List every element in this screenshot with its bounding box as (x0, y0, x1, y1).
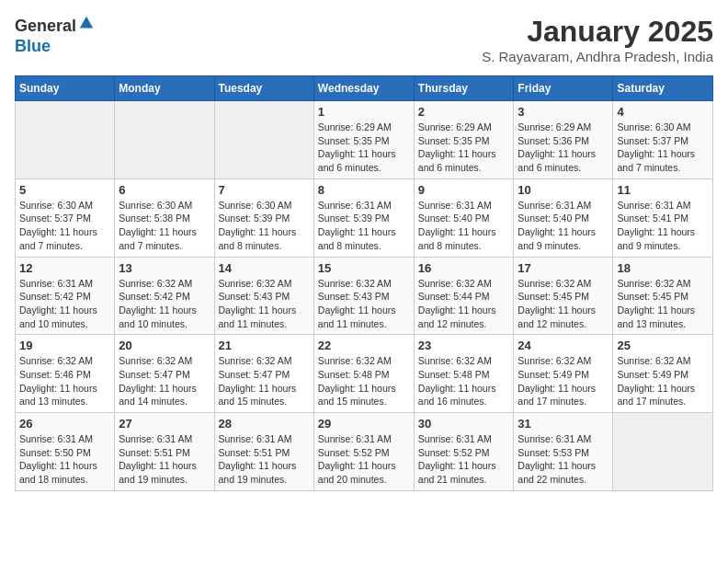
logo: General Blue (15, 15, 95, 56)
day-number: 28 (219, 417, 310, 431)
day-info: Sunrise: 6:31 AM Sunset: 5:51 PM Dayligh… (119, 432, 210, 487)
day-info: Sunrise: 6:32 AM Sunset: 5:49 PM Dayligh… (617, 354, 709, 408)
calendar-day-cell: 13Sunrise: 6:32 AM Sunset: 5:42 PM Dayli… (115, 257, 214, 335)
calendar-week-row: 1Sunrise: 6:29 AM Sunset: 5:35 PM Daylig… (16, 101, 713, 179)
calendar-header-cell: Thursday (414, 76, 514, 101)
calendar-day-cell: 30Sunrise: 6:31 AM Sunset: 5:52 PM Dayli… (414, 413, 514, 491)
calendar-header-cell: Tuesday (214, 76, 313, 101)
day-info: Sunrise: 6:30 AM Sunset: 5:39 PM Dayligh… (219, 199, 310, 253)
day-info: Sunrise: 6:31 AM Sunset: 5:42 PM Dayligh… (19, 277, 110, 331)
calendar-header-cell: Saturday (613, 76, 713, 101)
calendar-day-cell (115, 101, 214, 179)
day-info: Sunrise: 6:32 AM Sunset: 5:47 PM Dayligh… (219, 354, 310, 408)
day-info: Sunrise: 6:30 AM Sunset: 5:37 PM Dayligh… (617, 121, 709, 175)
day-info: Sunrise: 6:30 AM Sunset: 5:38 PM Dayligh… (119, 199, 210, 253)
day-info: Sunrise: 6:31 AM Sunset: 5:39 PM Dayligh… (318, 199, 410, 253)
svg-marker-0 (80, 17, 93, 29)
day-number: 13 (119, 261, 210, 275)
calendar-day-cell: 19Sunrise: 6:32 AM Sunset: 5:46 PM Dayli… (16, 335, 115, 413)
day-number: 27 (119, 417, 210, 431)
day-info: Sunrise: 6:32 AM Sunset: 5:42 PM Dayligh… (119, 277, 210, 331)
calendar-header-cell: Friday (514, 76, 613, 101)
calendar-header-cell: Sunday (16, 76, 115, 101)
logo-icon (78, 15, 95, 31)
day-number: 6 (119, 183, 210, 197)
day-number: 7 (219, 183, 310, 197)
day-info: Sunrise: 6:31 AM Sunset: 5:52 PM Dayligh… (418, 432, 510, 487)
day-info: Sunrise: 6:32 AM Sunset: 5:47 PM Dayligh… (119, 354, 210, 408)
calendar-day-cell: 3Sunrise: 6:29 AM Sunset: 5:36 PM Daylig… (514, 101, 613, 179)
day-info: Sunrise: 6:32 AM Sunset: 5:48 PM Dayligh… (418, 354, 510, 408)
calendar-day-cell: 23Sunrise: 6:32 AM Sunset: 5:48 PM Dayli… (414, 335, 514, 413)
day-number: 9 (418, 183, 510, 197)
day-number: 18 (617, 261, 709, 275)
day-number: 17 (518, 261, 609, 275)
calendar-day-cell: 1Sunrise: 6:29 AM Sunset: 5:35 PM Daylig… (313, 101, 414, 179)
day-info: Sunrise: 6:32 AM Sunset: 5:45 PM Dayligh… (617, 277, 709, 331)
title-block: January 2025 S. Rayavaram, Andhra Prades… (482, 15, 713, 64)
calendar-day-cell: 25Sunrise: 6:32 AM Sunset: 5:49 PM Dayli… (613, 335, 713, 413)
day-info: Sunrise: 6:32 AM Sunset: 5:48 PM Dayligh… (318, 354, 410, 408)
calendar-table: SundayMondayTuesdayWednesdayThursdayFrid… (15, 75, 713, 491)
day-number: 14 (219, 261, 310, 275)
day-number: 25 (617, 339, 709, 352)
day-info: Sunrise: 6:32 AM Sunset: 5:44 PM Dayligh… (418, 277, 510, 331)
calendar-day-cell: 27Sunrise: 6:31 AM Sunset: 5:51 PM Dayli… (115, 413, 214, 491)
calendar-day-cell (16, 101, 115, 179)
day-info: Sunrise: 6:32 AM Sunset: 5:45 PM Dayligh… (518, 277, 609, 331)
calendar-day-cell: 10Sunrise: 6:31 AM Sunset: 5:40 PM Dayli… (514, 178, 613, 257)
calendar-day-cell: 18Sunrise: 6:32 AM Sunset: 5:45 PM Dayli… (613, 257, 713, 335)
day-number: 26 (19, 417, 110, 431)
calendar-day-cell: 31Sunrise: 6:31 AM Sunset: 5:53 PM Dayli… (514, 413, 613, 491)
calendar-body: 1Sunrise: 6:29 AM Sunset: 5:35 PM Daylig… (16, 101, 713, 491)
day-number: 4 (617, 105, 709, 119)
day-number: 10 (518, 183, 609, 197)
day-info: Sunrise: 6:31 AM Sunset: 5:40 PM Dayligh… (418, 199, 510, 253)
day-info: Sunrise: 6:31 AM Sunset: 5:51 PM Dayligh… (219, 432, 310, 487)
day-info: Sunrise: 6:31 AM Sunset: 5:41 PM Dayligh… (617, 199, 709, 253)
calendar-week-row: 5Sunrise: 6:30 AM Sunset: 5:37 PM Daylig… (16, 178, 713, 257)
day-number: 12 (19, 261, 110, 275)
day-info: Sunrise: 6:32 AM Sunset: 5:43 PM Dayligh… (318, 277, 410, 331)
day-number: 8 (318, 183, 410, 197)
day-info: Sunrise: 6:31 AM Sunset: 5:53 PM Dayligh… (518, 432, 609, 487)
calendar-day-cell: 5Sunrise: 6:30 AM Sunset: 5:37 PM Daylig… (16, 178, 115, 257)
calendar-day-cell: 15Sunrise: 6:32 AM Sunset: 5:43 PM Dayli… (313, 257, 414, 335)
day-number: 23 (418, 339, 510, 352)
calendar-header-cell: Monday (115, 76, 214, 101)
calendar-day-cell: 21Sunrise: 6:32 AM Sunset: 5:47 PM Dayli… (214, 335, 313, 413)
calendar-day-cell (613, 413, 713, 491)
day-number: 19 (19, 339, 110, 352)
calendar-day-cell: 14Sunrise: 6:32 AM Sunset: 5:43 PM Dayli… (214, 257, 313, 335)
day-info: Sunrise: 6:30 AM Sunset: 5:37 PM Dayligh… (19, 199, 110, 253)
day-number: 21 (219, 339, 310, 352)
calendar-day-cell: 2Sunrise: 6:29 AM Sunset: 5:35 PM Daylig… (414, 101, 514, 179)
calendar-day-cell: 4Sunrise: 6:30 AM Sunset: 5:37 PM Daylig… (613, 101, 713, 179)
page-subtitle: S. Rayavaram, Andhra Pradesh, India (482, 49, 713, 64)
calendar-day-cell (214, 101, 313, 179)
day-number: 1 (318, 105, 410, 119)
day-number: 16 (418, 261, 510, 275)
day-number: 29 (318, 417, 410, 431)
calendar-day-cell: 22Sunrise: 6:32 AM Sunset: 5:48 PM Dayli… (313, 335, 414, 413)
calendar-day-cell: 26Sunrise: 6:31 AM Sunset: 5:50 PM Dayli… (16, 413, 115, 491)
day-number: 5 (19, 183, 110, 197)
logo-general: General (15, 17, 76, 35)
logo-blue: Blue (15, 37, 51, 55)
day-info: Sunrise: 6:32 AM Sunset: 5:46 PM Dayligh… (19, 354, 110, 408)
calendar-day-cell: 20Sunrise: 6:32 AM Sunset: 5:47 PM Dayli… (115, 335, 214, 413)
calendar-day-cell: 12Sunrise: 6:31 AM Sunset: 5:42 PM Dayli… (16, 257, 115, 335)
calendar-day-cell: 6Sunrise: 6:30 AM Sunset: 5:38 PM Daylig… (115, 178, 214, 257)
day-info: Sunrise: 6:31 AM Sunset: 5:50 PM Dayligh… (19, 432, 110, 487)
day-info: Sunrise: 6:29 AM Sunset: 5:35 PM Dayligh… (418, 121, 510, 175)
calendar-day-cell: 7Sunrise: 6:30 AM Sunset: 5:39 PM Daylig… (214, 178, 313, 257)
calendar-day-cell: 9Sunrise: 6:31 AM Sunset: 5:40 PM Daylig… (414, 178, 514, 257)
day-info: Sunrise: 6:31 AM Sunset: 5:40 PM Dayligh… (518, 199, 609, 253)
day-number: 20 (119, 339, 210, 352)
calendar-day-cell: 8Sunrise: 6:31 AM Sunset: 5:39 PM Daylig… (313, 178, 414, 257)
calendar-header-cell: Wednesday (313, 76, 414, 101)
calendar-day-cell: 17Sunrise: 6:32 AM Sunset: 5:45 PM Dayli… (514, 257, 613, 335)
calendar-day-cell: 16Sunrise: 6:32 AM Sunset: 5:44 PM Dayli… (414, 257, 514, 335)
day-info: Sunrise: 6:31 AM Sunset: 5:52 PM Dayligh… (318, 432, 410, 487)
day-number: 22 (318, 339, 410, 352)
